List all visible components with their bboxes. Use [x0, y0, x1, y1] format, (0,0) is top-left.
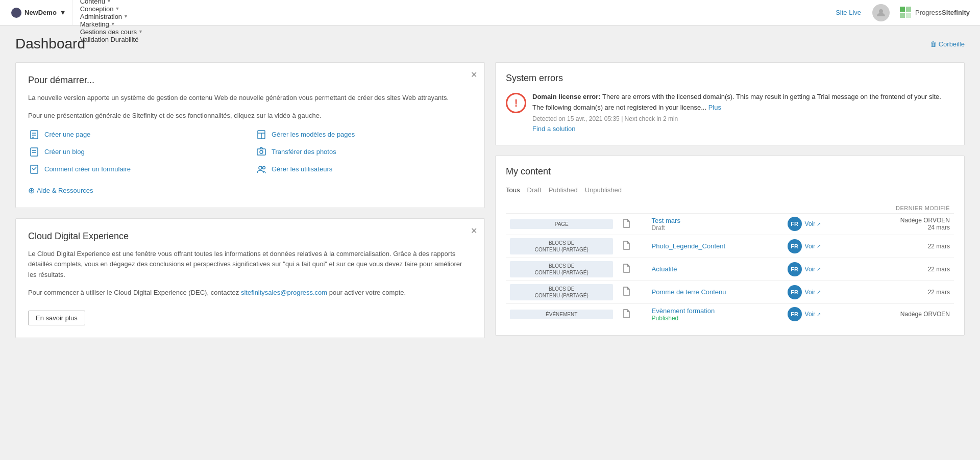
- site-live-link[interactable]: Site Live: [828, 9, 868, 16]
- logo-text: ProgressSitefinity: [915, 9, 970, 16]
- svg-rect-13: [31, 148, 38, 156]
- svg-rect-16: [257, 149, 265, 155]
- type-badge: PAGE: [510, 219, 613, 229]
- see-link[interactable]: Voir ↗: [805, 289, 821, 296]
- cloud-dxp-desc2: Pour commencer à utiliser le Cloud Digit…: [28, 288, 472, 298]
- quick-link-formulaire[interactable]: Comment créer un formulaire: [28, 163, 245, 175]
- author-name: Nadège ORVOEN: [856, 311, 950, 318]
- getting-started-card: ✕ Pour démarrer... La nouvelle version a…: [15, 62, 485, 208]
- content-table: DERNIER MODIFIÉ PAGETest marsDraftFRVoir…: [506, 203, 954, 325]
- see-link[interactable]: Voir ↗: [805, 311, 821, 318]
- table-row: BLOCS DE CONTENU (PARTAGÉ)Pomme de terre…: [506, 280, 954, 303]
- type-badge: BLOCS DE CONTENU (PARTAGÉ): [510, 284, 613, 300]
- item-title-link[interactable]: Pomme de terre Contenu: [652, 288, 726, 296]
- error-content: Domain license error: There are errors w…: [532, 92, 954, 135]
- template-icon: [255, 129, 267, 141]
- date-text: 22 mars: [856, 289, 950, 296]
- quick-link-modeles[interactable]: Gérer les modèles de pages: [255, 129, 472, 141]
- error-icon: !: [506, 93, 526, 113]
- content-tab-draft[interactable]: Draft: [527, 185, 541, 195]
- quick-link-creer-page[interactable]: Créer une page: [28, 129, 245, 141]
- item-file-icon: [617, 258, 647, 280]
- item-file-icon: [617, 213, 647, 235]
- see-link[interactable]: Voir ↗: [805, 266, 821, 273]
- brand-icon: [11, 8, 21, 18]
- nav-item-marketing[interactable]: Marketing▼: [73, 20, 151, 28]
- see-link[interactable]: Voir ↗: [805, 220, 821, 227]
- svg-point-0: [879, 9, 883, 13]
- type-badge: ÉVÉNEMENT: [510, 310, 613, 319]
- error-more-link[interactable]: Plus: [708, 104, 721, 111]
- user-avatar[interactable]: [872, 4, 890, 21]
- blog-icon: [28, 146, 40, 158]
- table-row: PAGETest marsDraftFRVoir ↗Nadège ORVOEN2…: [506, 213, 954, 235]
- brand-name: NewDemo: [24, 9, 57, 16]
- page-icon: [28, 129, 40, 141]
- quick-link-photos[interactable]: Transférer des photos: [255, 146, 472, 158]
- photo-icon: [255, 146, 267, 158]
- getting-started-desc1: La nouvelle version apporte un système d…: [28, 93, 472, 104]
- item-title-link[interactable]: Evènement formation: [652, 307, 715, 315]
- item-title-link[interactable]: Test mars: [652, 217, 680, 224]
- item-status: Published: [652, 315, 779, 322]
- system-errors-title: System errors: [506, 73, 954, 84]
- trash-icon: 🗑: [930, 40, 937, 48]
- svg-point-20: [263, 166, 265, 169]
- cloud-dxp-desc1: Le Cloud Digital Experience est une fenê…: [28, 249, 472, 280]
- see-link[interactable]: Voir ↗: [805, 243, 821, 250]
- table-row: BLOCS DE CONTENU (PARTAGÉ)ActualitéFRVoi…: [506, 258, 954, 280]
- quick-link-blog[interactable]: Créer un blog: [28, 146, 245, 158]
- cloud-dxp-card: ✕ Cloud Digital Experience Le Cloud Digi…: [15, 218, 485, 338]
- getting-started-title: Pour démarrer...: [28, 75, 472, 86]
- content-tabs: TousDraftPublishedUnpublished: [506, 185, 954, 195]
- item-title-link[interactable]: Actualité: [652, 265, 677, 273]
- my-content-card: My content TousDraftPublishedUnpublished…: [495, 156, 965, 336]
- page-title: Dashboard: [15, 36, 85, 52]
- avatar: FR: [788, 262, 802, 276]
- brand-chevron: ▼: [60, 9, 66, 16]
- avatar: FR: [788, 217, 802, 231]
- aide-link[interactable]: ⊕ Aide & Ressources: [28, 186, 472, 195]
- cloud-dxp-title: Cloud Digital Experience: [28, 231, 472, 242]
- content-grid: ✕ Pour démarrer... La nouvelle version a…: [15, 62, 965, 348]
- error-row: ! Domain license error: There are errors…: [506, 92, 954, 135]
- svg-rect-3: [900, 13, 905, 18]
- error-meta: Detected on 15 avr., 2021 05:35 | Next c…: [532, 114, 954, 124]
- svg-point-17: [260, 150, 263, 154]
- quick-link-users[interactable]: Gérer les utilisateurs: [255, 163, 472, 175]
- system-errors-card: System errors ! Domain license error: Th…: [495, 62, 965, 145]
- svg-rect-4: [906, 13, 911, 18]
- page-header: Dashboard 🗑 Corbeille: [15, 36, 965, 52]
- cloud-dxp-close[interactable]: ✕: [471, 226, 477, 236]
- content-tab-unpublished[interactable]: Unpublished: [585, 185, 622, 195]
- table-row: ÉVÉNEMENTEvènement formationPublishedFRV…: [506, 303, 954, 325]
- content-tab-tous[interactable]: Tous: [506, 185, 520, 195]
- nav-item-administration[interactable]: Administration▼: [73, 13, 151, 20]
- brand-menu[interactable]: NewDemo ▼: [5, 0, 73, 25]
- nav-item-contenu[interactable]: Contenu▼: [73, 0, 151, 5]
- nav-item-conception[interactable]: Conception▼: [73, 5, 151, 13]
- item-file-icon: [617, 235, 647, 258]
- quick-links: Créer une page Gérer les modèles de page…: [28, 129, 472, 175]
- avatar: FR: [788, 285, 802, 299]
- cloud-learn-more-button[interactable]: En savoir plus: [28, 311, 85, 325]
- users-icon: [255, 163, 267, 175]
- type-badge: BLOCS DE CONTENU (PARTAGÉ): [510, 261, 613, 277]
- find-solution-link[interactable]: Find a solution: [532, 125, 576, 133]
- item-status: Draft: [652, 224, 779, 232]
- avatar: FR: [788, 239, 802, 253]
- item-title-link[interactable]: Photo_Legende_Content: [652, 242, 726, 250]
- content-tab-published[interactable]: Published: [549, 185, 578, 195]
- error-message: Domain license error: There are errors w…: [532, 92, 954, 113]
- cloud-email-link[interactable]: sitefinitysales@progress.com: [241, 289, 327, 296]
- getting-started-close[interactable]: ✕: [471, 70, 477, 80]
- corbeille-link[interactable]: 🗑 Corbeille: [930, 40, 965, 48]
- main-content: Dashboard 🗑 Corbeille ✕ Pour démarrer...…: [0, 25, 980, 359]
- nav-item-gestions-des-cours[interactable]: Gestions des cours▼: [73, 28, 151, 36]
- table-row: BLOCS DE CONTENU (PARTAGÉ)Photo_Legende_…: [506, 235, 954, 258]
- right-column: System errors ! Domain license error: Th…: [495, 62, 965, 348]
- sitefinity-logo-icon: [899, 6, 913, 20]
- author-name: Nadège ORVOEN: [856, 217, 950, 224]
- col-dernier-modifie: DERNIER MODIFIÉ: [852, 203, 954, 214]
- chevron-icon: ▼: [107, 0, 111, 4]
